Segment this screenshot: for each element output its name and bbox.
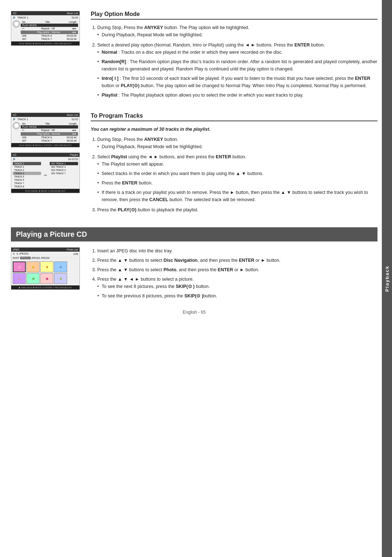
program-tracks-screen-col: CD Music List 🔊 TRACK 1 01/15 bbox=[11, 113, 83, 216]
play-option-screen-col: CD Music List 🔊 TRACK 1 01/15 No. bbox=[11, 11, 83, 102]
pcd-step3: Press the ▲ ▼ buttons to select Photo, a… bbox=[97, 266, 377, 273]
cd-disc-icon bbox=[13, 20, 20, 28]
step1-sub1: During Playback, Repeat Mode will be hig… bbox=[97, 31, 377, 38]
screen-col-length: Length bbox=[69, 21, 77, 23]
play-option-screen: CD Music List 🔊 TRACK 1 01/15 No. bbox=[11, 11, 80, 46]
playlist-tracknum: 00 07/15 bbox=[68, 158, 78, 160]
photo-screen-col: JPEG Photo List ⊙ ⊙ JPEG01 1/08 ROOT JPE… bbox=[11, 247, 83, 302]
italic-note: You can register a maximum of 30 tracks … bbox=[91, 126, 377, 133]
playlist-top-tracknum: 01/15 bbox=[72, 118, 78, 121]
photo-screen: JPEG Photo List ⊙ ⊙ JPEG01 1/08 ROOT JPE… bbox=[11, 247, 80, 290]
screen-col-no: No. bbox=[22, 21, 26, 23]
picture-cd-title: Playing a Picture CD bbox=[11, 227, 377, 241]
play-option-label2: Play option : Normal bbox=[37, 133, 60, 135]
pt-step2-sub4: If there is a track on your playlist you… bbox=[97, 189, 377, 203]
playlist-top-screen: CD Music List 🔊 TRACK 1 01/15 bbox=[11, 113, 80, 147]
double-screen-container: CD Music List 🔊 TRACK 1 01/15 bbox=[11, 113, 83, 196]
step2-playlist: Playlist : The Playlist playback option … bbox=[97, 92, 377, 99]
playlist-top-header-music: Music List bbox=[67, 114, 78, 116]
photo-num: 1/08 bbox=[73, 253, 78, 255]
repeat-label2: Repeat : Off bbox=[41, 129, 55, 132]
pcd-step4-sub2: To see the previous 8 pictures, press th… bbox=[97, 292, 377, 300]
screen-col-title: Title bbox=[45, 21, 50, 23]
photo-screen-footer: ▶ Slide Show ❖ MOVE ⊙ ENTER ↩ RETURN ⊠ E… bbox=[11, 285, 79, 289]
photo-header-jpeg: JPEG bbox=[13, 248, 19, 251]
playlist-left-col: TRACK 1 TRACK 2 TRACK 3 TRACK 4 TRACK 5 … bbox=[13, 162, 41, 188]
program-tracks-text: To Program Tracks You can register a max… bbox=[91, 113, 377, 216]
repeat-label: Repeat : Off bbox=[41, 27, 55, 30]
folder-root: ROOT bbox=[13, 257, 20, 259]
screen-header-cd: CD bbox=[13, 12, 16, 15]
screen-track-num: 01/15 bbox=[72, 16, 78, 19]
playlist-bottom-header-playlist: Playlist bbox=[70, 154, 78, 156]
folder-jpeg03: JPEG03 bbox=[41, 257, 49, 259]
pcd-step2: Press the ▲ ▼ buttons to select Disc Nav… bbox=[97, 257, 377, 264]
screen-track: TRACK 1 bbox=[17, 16, 70, 19]
playlist-right-col: 001 TRACK 1 002 TRACK 3 003 TRACK 4 004 … bbox=[50, 162, 78, 188]
program-tracks-section: CD Music List 🔊 TRACK 1 01/15 bbox=[11, 113, 377, 216]
repeat-row: ↩ Repeat : Off ◄► bbox=[21, 27, 78, 31]
program-tracks-body: You can register a maximum of 30 tracks … bbox=[91, 126, 377, 214]
playlist-bottom-screen: CD Playlist 🔊 00 07/15 TRACK 1 TRACK 2 bbox=[11, 153, 80, 193]
play-option-title: Play Option Mode bbox=[91, 11, 377, 20]
thumb-5: 🌷 bbox=[13, 273, 26, 284]
play-option-row: 🎵 Play option : Normal ◄► bbox=[21, 31, 78, 34]
play-mode-label: PLAY MODE bbox=[22, 24, 37, 27]
thumb-6: 🌿 bbox=[26, 273, 40, 284]
play-mode-label2: PLAY MODE bbox=[22, 126, 37, 128]
pt-step2-sub3: Press the ENTER button. bbox=[97, 179, 377, 187]
step2-random: Random[R] : The Random option plays the … bbox=[97, 58, 377, 73]
pt-step2: Select Playlist using the ◄ ► buttons, a… bbox=[97, 153, 377, 203]
screen-footer-play: PLAY MODE ❖ MOVE ⊙ ENTER ↩ RETURN ⊠ EXIT bbox=[11, 41, 79, 45]
thumb-8: 🍀 bbox=[54, 273, 67, 284]
pt-step3: Press the PLAY(⊙) button to playback the… bbox=[97, 206, 377, 214]
folder-jpeg02: JPEG02 bbox=[31, 257, 40, 259]
screen-header-musiclist: Music List bbox=[67, 12, 78, 15]
playlist-top-header-cd: CD bbox=[13, 114, 16, 116]
step2: Select a desired play option (Normal, Ra… bbox=[97, 41, 377, 99]
program-tracks-title: To Program Tracks bbox=[91, 113, 377, 121]
side-tab-label: Playback bbox=[384, 265, 390, 292]
picture-cd-text: Insert an JPEG disc into the disc tray. … bbox=[91, 247, 377, 302]
picture-cd-body: Insert an JPEG disc into the disc tray. … bbox=[91, 247, 377, 300]
play-option-text: Play Option Mode During Stop, Press the … bbox=[91, 11, 377, 102]
pt-step1-sub: During Playback, Repeat Mode will be hig… bbox=[97, 143, 377, 150]
folder-jpeg01: JPEG01 bbox=[20, 257, 30, 259]
pt-step1: During Stop, Press the ANYKEY button. Du… bbox=[97, 136, 377, 150]
thumb-4: 🏞 bbox=[54, 261, 67, 272]
pt-step2-sub2: Select tracks in the order in which you … bbox=[97, 170, 377, 177]
step1: During Stop, Press the ANYKEY button. Th… bbox=[97, 24, 377, 38]
thumbnail-grid: 🌸 😊 🌻 🏞 🌷 🌿 🌺 🍀 bbox=[11, 260, 79, 285]
play-mode-row: PLAY MODE bbox=[21, 24, 78, 27]
play-option-label: Play option : Normal bbox=[37, 31, 60, 34]
play-option-mode-section: CD Music List 🔊 TRACK 1 01/15 No. bbox=[11, 11, 377, 102]
pcd-step1: Insert an JPEG disc into the disc tray. bbox=[97, 247, 377, 255]
playlist-bottom-header-cd: CD bbox=[13, 154, 16, 156]
track6-row: 006TRACK 600:03:44 bbox=[21, 34, 78, 37]
screen-footer-playlist-top: PLAY MODE ❖ MOVE ⊙ ENTER ↩ RETURN ⊠ EXIT bbox=[11, 143, 79, 147]
thumb-7: 🌺 bbox=[40, 273, 53, 284]
page-footer: English - 65 bbox=[11, 310, 377, 315]
step2-normal: Normal : Tracks on a disc are played in … bbox=[97, 49, 377, 56]
step2-intro: Intro[ I ] : The first 10 seconds of eac… bbox=[97, 75, 377, 89]
picture-cd-row: JPEG Photo List ⊙ ⊙ JPEG01 1/08 ROOT JPE… bbox=[11, 247, 377, 302]
play-option-body: During Stop, Press the ANYKEY button. Th… bbox=[91, 24, 377, 99]
pt-step2-sub1: The Playlist screen will appear. bbox=[97, 160, 377, 168]
pcd-step4-sub1: To see the next 8 pictures, press the SK… bbox=[97, 283, 377, 290]
track7-row: 007TRACK 700:03:44 bbox=[21, 37, 78, 41]
cd-disc2-icon bbox=[13, 122, 20, 129]
thumb-1: 🌸 bbox=[13, 261, 26, 272]
photo-track: ⊙ JPEG01 bbox=[16, 252, 72, 255]
pcd-step4: Press the ▲ ▼ ◄ ► buttons to select a pi… bbox=[97, 276, 377, 300]
picture-cd-section: Playing a Picture CD JPEG Photo List ⊙ ⊙… bbox=[11, 227, 377, 302]
photo-header-photolist: Photo List bbox=[67, 248, 78, 251]
thumb-2: 😊 bbox=[26, 261, 40, 272]
screen-footer-playlist-bottom: PLAY MODE ❖ MOVE ⊙ ENTER ⊠ EXIT bbox=[11, 189, 79, 193]
thumb-3: 🌻 bbox=[40, 261, 53, 272]
playlist-top-track: TRACK 1 bbox=[17, 118, 70, 121]
